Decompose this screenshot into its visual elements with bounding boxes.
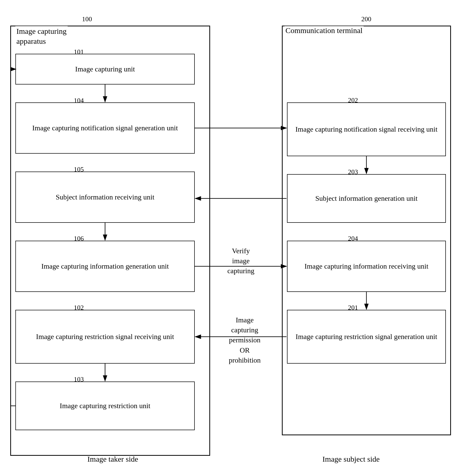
unit-105: Subject information receiving unit <box>15 172 195 223</box>
unit-201: Image capturing restriction signal gener… <box>287 310 446 364</box>
unit-202: Image capturing notification signal rece… <box>287 102 446 156</box>
right-outer-box <box>282 26 451 435</box>
right-side-label: Image subject side <box>300 455 402 463</box>
unit-106: Image capturing information generation u… <box>15 241 195 292</box>
unit-204: Image capturing information receiving un… <box>287 241 446 292</box>
left-side-label: Image taker side <box>61 455 164 463</box>
unit-103: Image capturing restriction unit <box>15 382 195 430</box>
permission-label: ImagecapturingpermissionORprohibition <box>208 315 282 365</box>
left-outer-title: Image capturingapparatus <box>15 26 68 46</box>
ref-100: 100 <box>82 15 92 23</box>
ref-200: 200 <box>361 15 371 23</box>
right-outer-title: Communication terminal <box>284 26 364 35</box>
unit-101: Image capturing unit <box>15 54 195 84</box>
unit-102: Image capturing restriction signal recei… <box>15 310 195 364</box>
verify-label: Verifyimagecapturing <box>213 246 269 276</box>
unit-203: Subject information generation unit <box>287 174 446 223</box>
unit-104: Image capturing notification signal gene… <box>15 102 195 154</box>
